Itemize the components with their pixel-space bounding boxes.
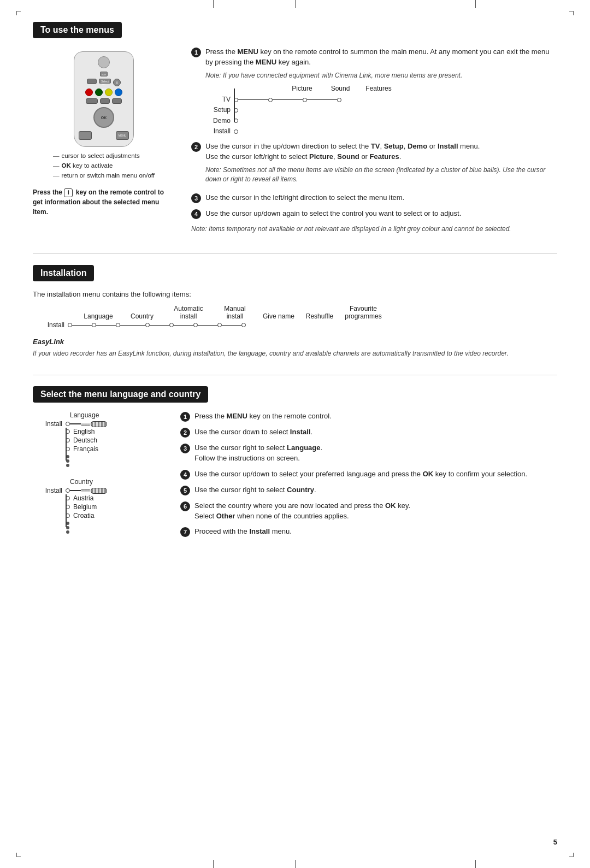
remote-green-btn — [95, 88, 103, 96]
section-installation: Installation The installation menu conta… — [33, 265, 557, 359]
s3-step-num-1: 1 — [180, 412, 190, 422]
s3-step-text-1: Press the MENU key on the remote control… — [194, 411, 557, 422]
section2-intro: The installation menu contains the follo… — [33, 290, 557, 298]
s3-step-text-3: Use the cursor right to select Language.… — [194, 443, 557, 464]
step-2: 2 Use the cursor in the up/down directio… — [191, 141, 557, 187]
page-number: 5 — [553, 838, 557, 846]
install-dot-5 — [193, 323, 198, 327]
menu-row-tv: TV — [205, 95, 557, 104]
install-dot — [234, 129, 238, 134]
install-col-manual: Manualinstall — [213, 305, 257, 321]
press-info-text: Press the i key on the remote control to… — [33, 187, 175, 217]
remote-annotations: — cursor to select adjustments — OK key … — [53, 152, 155, 182]
lang-item-francais: Français — [66, 445, 164, 453]
step-text-4: Use the cursor up/down again to select t… — [205, 209, 557, 219]
lang-main-dot — [66, 422, 70, 426]
section1-title: To use the menus — [33, 22, 122, 38]
lang-line-h — [70, 423, 81, 424]
country-top-label: Country — [70, 478, 164, 486]
lang-top-label: Language — [70, 411, 164, 419]
annotation-ok: — OK key to activate — [53, 162, 155, 169]
install-col-auto: Automaticinstall — [164, 305, 213, 321]
install-line-2 — [120, 325, 145, 326]
remote-info-btn: i — [113, 79, 121, 86]
annotation-cursor: — cursor to select adjustments — [53, 152, 155, 159]
country-more-dots — [66, 522, 164, 534]
install-line-row: Install — [33, 321, 557, 329]
install-col-givename: Give name — [257, 312, 300, 320]
step-num-1: 1 — [191, 48, 201, 57]
s3-step-text-2: Use the cursor down to select Install. — [194, 427, 557, 438]
country-scroll-symbol: ≡≡≡ — [81, 487, 90, 494]
section1-content: VCR DVD SAT AMP CD Select i — [33, 47, 557, 237]
install-dot-1 — [92, 323, 96, 327]
remote-extra-btn3 — [112, 98, 122, 104]
tick-top-3 — [475, 0, 476, 8]
install-col-country: Country — [120, 312, 164, 320]
remote-ok-button: OK — [93, 107, 114, 128]
sound-dot — [303, 98, 307, 102]
s3-step-5: 5 Use the cursor right to select Country… — [180, 485, 557, 495]
corner-mark-tr — [569, 11, 574, 15]
row-label-setup: Setup — [205, 105, 234, 115]
s3-step-text-6: Select the country where you are now loc… — [194, 501, 557, 522]
install-line-3 — [150, 325, 169, 326]
english-label: English — [73, 428, 95, 435]
s3-step-text-7: Proceed with the Install menu. — [194, 527, 557, 537]
lang-install-label: Install — [33, 420, 66, 428]
easylink-title: EasyLink — [33, 338, 557, 346]
install-col-reshuffle: Reshuffle — [300, 312, 339, 320]
remote-select-btn: Select — [99, 79, 111, 84]
s3-step-3: 3 Use the cursor right to select Languag… — [180, 443, 557, 464]
menu-diagram: Picture Sound Features TV — [205, 84, 557, 136]
info-key-icon: i — [64, 188, 73, 197]
tick-bottom-3 — [475, 860, 476, 868]
lang-main-row: Install ≡≡≡ — [33, 420, 164, 428]
remote-speaker — [98, 56, 110, 68]
s3-step-num-3: 3 — [180, 444, 190, 453]
section1-left: VCR DVD SAT AMP CD Select i — [33, 47, 175, 217]
step-num-2: 2 — [191, 142, 201, 152]
step-1: 1 Press the MENU key on the remote contr… — [191, 47, 557, 136]
menu-col-labels: Picture Sound Features — [234, 84, 557, 93]
remote-ok-area: OK — [79, 107, 129, 128]
country-item-croatia: Croatia — [66, 512, 164, 519]
remote-control: VCR DVD SAT AMP CD Select i — [33, 51, 175, 182]
install-line-6 — [222, 325, 241, 326]
install-col-language: Language — [76, 312, 120, 320]
remote-nav-left — [79, 131, 92, 140]
remote-body: VCR DVD SAT AMP CD Select i — [74, 51, 134, 147]
lang-scroll-indicator: ≡≡≡ — [81, 421, 107, 427]
menu-row-install: Install — [205, 127, 557, 136]
remote-prev-btn — [87, 79, 97, 84]
page-content: To use the menus VCR DVD SAT AMP CD — [33, 0, 557, 581]
remote-source-row: VCR DVD SAT AMP CD — [79, 72, 129, 76]
country-items-area: Austria Belgium Croatia — [66, 494, 164, 534]
col-label-features: Features — [359, 84, 398, 93]
row-label-demo: Demo — [205, 116, 234, 126]
install-dot-7 — [241, 323, 246, 327]
remote-extra-btn1 — [86, 98, 98, 104]
step-text-2: Use the cursor in the up/down direction … — [205, 141, 557, 187]
tick-bottom-1 — [213, 860, 214, 868]
divider-2 — [33, 375, 557, 375]
country-item-belgium: Belgium — [66, 503, 164, 511]
section2-title: Installation — [33, 265, 94, 281]
remote-bottom-nav: MENU — [79, 131, 129, 140]
corner-mark-tl — [16, 11, 21, 15]
line-tv-picture — [238, 99, 268, 101]
install-dot-0 — [68, 323, 72, 327]
remote-top — [79, 56, 129, 68]
country-item-austria: Austria — [66, 494, 164, 502]
country-scroll-indicator: ≡≡≡ — [81, 487, 107, 494]
step1-note: Note: If you have connected equipment wi… — [205, 71, 557, 80]
section3-right: 1 Press the MENU key on the remote contr… — [180, 411, 557, 542]
section-to-use-menus: To use the menus VCR DVD SAT AMP CD — [33, 22, 557, 237]
deutsch-label: Deutsch — [73, 436, 97, 444]
step-3: 3 Use the cursor in the left/right direc… — [191, 193, 557, 203]
country-main-dot — [66, 488, 70, 493]
col-label-picture: Picture — [283, 84, 321, 93]
section-language-country: Select the menu language and country Lan… — [33, 386, 557, 542]
country-vertical-line — [66, 494, 67, 527]
s3-step-2: 2 Use the cursor down to select Install. — [180, 427, 557, 438]
